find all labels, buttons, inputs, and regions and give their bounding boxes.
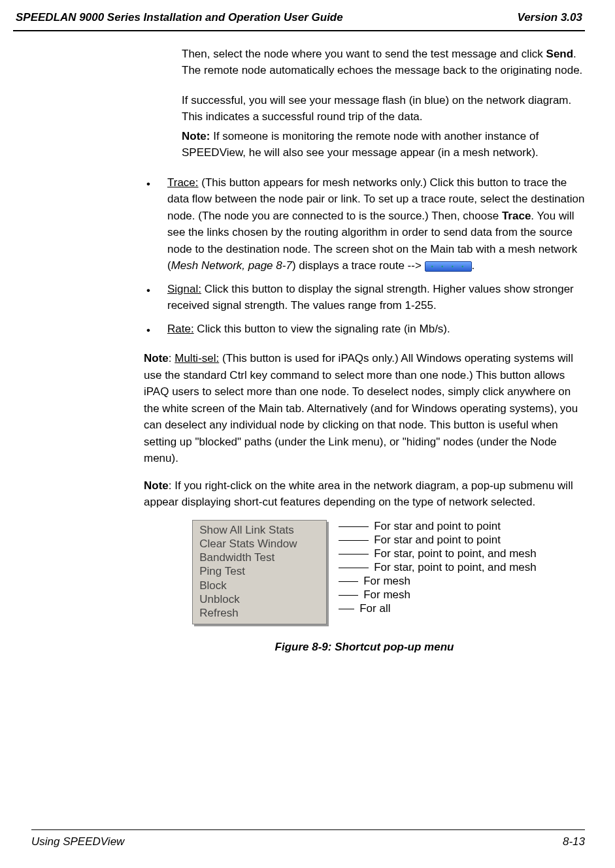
note-label: Note — [144, 479, 169, 492]
annotation-row: For star and point to point — [339, 534, 537, 547]
text: Click this button to view the signaling … — [194, 323, 450, 335]
text: Then, select the node where you want to … — [182, 48, 546, 60]
bullet-icon: • — [144, 321, 153, 339]
doc-title: SPEEDLAN 9000 Series Installation and Op… — [16, 9, 343, 26]
menu-item-show-all-link-stats[interactable]: Show All Link Stats — [199, 523, 317, 537]
text: ) displays a trace route --> — [292, 259, 425, 272]
annotation-row: For star, point to point, and mesh — [339, 547, 537, 561]
leader-line-icon — [339, 540, 369, 541]
multisel-label: Multi-sel: — [175, 352, 219, 364]
intro-paragraph-1: Then, select the node where you want to … — [182, 46, 585, 79]
doc-version: Version 3.03 — [517, 9, 582, 26]
footer-page-number: 8-13 — [563, 833, 585, 850]
bullet-text: Rate: Click this button to view the sign… — [167, 321, 585, 339]
menu-item-refresh[interactable]: Refresh — [199, 606, 317, 620]
annotation-row: For all — [339, 602, 537, 616]
note-rightclick: Note: If you right-click on the white ar… — [144, 477, 585, 511]
bullet-text: Signal: Click this button to display the… — [167, 281, 585, 314]
trace-label: Trace: — [167, 176, 199, 189]
leader-line-icon — [339, 554, 369, 555]
bullet-trace: • Trace: (This button appears for mesh n… — [144, 174, 585, 274]
colon: : — [169, 352, 175, 364]
footer-rule — [31, 829, 585, 830]
page-root: SPEEDLAN 9000 Series Installation and Op… — [0, 0, 615, 868]
leader-line-icon — [339, 568, 369, 568]
note-multisel: Note: Multi-sel: (This button is used fo… — [144, 350, 585, 467]
body-column: Then, select the node where you want to … — [144, 46, 585, 656]
annotation-text: For star and point to point — [374, 533, 501, 547]
bullet-text: Trace: (This button appears for mesh net… — [167, 174, 585, 274]
page-header: SPEEDLAN 9000 Series Installation and Op… — [13, 9, 585, 30]
bullet-rate: • Rate: Click this button to view the si… — [144, 321, 585, 339]
note-label: Note — [144, 352, 169, 364]
figure-inner: Show All Link Stats Clear Stats Window B… — [192, 520, 537, 625]
menu-item-clear-stats-window[interactable]: Clear Stats Window — [199, 537, 317, 551]
text: If successful, you will see your message… — [182, 94, 571, 123]
signal-label: Signal: — [167, 283, 201, 295]
bullet-icon: • — [144, 281, 153, 314]
menu-item-unblock[interactable]: Unblock — [199, 592, 317, 606]
send-label: Send — [546, 48, 574, 60]
text: (This button is used for iPAQs only.) Al… — [144, 352, 578, 464]
annotation-text: For all — [359, 602, 390, 615]
leader-line-icon — [339, 581, 358, 582]
annotation-text: For star and point to point — [374, 519, 501, 533]
annotation-text: For star, point to point, and mesh — [374, 547, 537, 560]
menu-item-block[interactable]: Block — [199, 579, 317, 592]
menu-item-ping-test[interactable]: Ping Test — [199, 564, 317, 578]
menu-item-bandwidth-test[interactable]: Bandwidth Test — [199, 551, 317, 564]
note-label: Note: — [182, 130, 210, 142]
bullet-signal: • Signal: Click this button to display t… — [144, 281, 585, 314]
annotation-text: For mesh — [363, 588, 410, 602]
menu-annotations: For star and point to point For star and… — [339, 520, 537, 616]
intro-note-paragraph: Note: If someone is monitoring the remot… — [182, 128, 585, 161]
bullet-icon: • — [144, 174, 153, 274]
leader-line-icon — [339, 595, 358, 596]
leader-line-icon — [339, 609, 354, 609]
trace-bold: Trace — [502, 210, 531, 222]
annotation-row: For star and point to point — [339, 520, 537, 534]
header-rule — [13, 30, 585, 31]
intro-paragraph-2: If successful, you will see your message… — [182, 92, 585, 125]
leader-line-icon — [339, 526, 369, 527]
annotation-text: For mesh — [363, 574, 410, 588]
figure-shortcut-menu: Show All Link Stats Clear Stats Window B… — [144, 520, 585, 625]
text: Click this button to display the signal … — [167, 283, 574, 312]
trace-route-icon — [425, 261, 472, 272]
annotation-text: For star, point to point, and mesh — [374, 560, 537, 574]
annotation-row: For mesh — [339, 588, 537, 602]
popup-menu[interactable]: Show All Link Stats Clear Stats Window B… — [192, 520, 327, 625]
footer-section: Using SPEEDView — [31, 833, 124, 850]
rate-label: Rate: — [167, 323, 194, 335]
text: If someone is monitoring the remote node… — [182, 130, 539, 159]
text: . — [472, 259, 475, 272]
page-footer: Using SPEEDView 8-13 — [31, 833, 585, 850]
text: : If you right-click on the white area i… — [144, 479, 573, 509]
annotation-row: For star, point to point, and mesh — [339, 561, 537, 575]
mesh-ref: Mesh Network, page 8-7 — [171, 259, 292, 272]
annotation-row: For mesh — [339, 575, 537, 588]
figure-caption: Figure 8-9: Shortcut pop-up menu — [144, 639, 585, 656]
